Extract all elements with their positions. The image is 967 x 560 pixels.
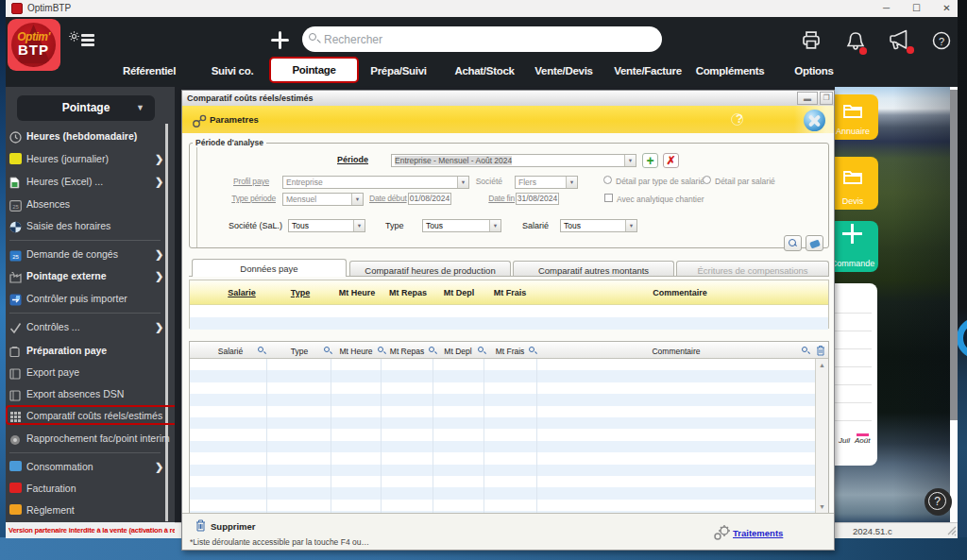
svg-text:?: ? [939,36,944,47]
svg-text:25: 25 [12,254,19,260]
svg-text:25: 25 [12,204,19,210]
